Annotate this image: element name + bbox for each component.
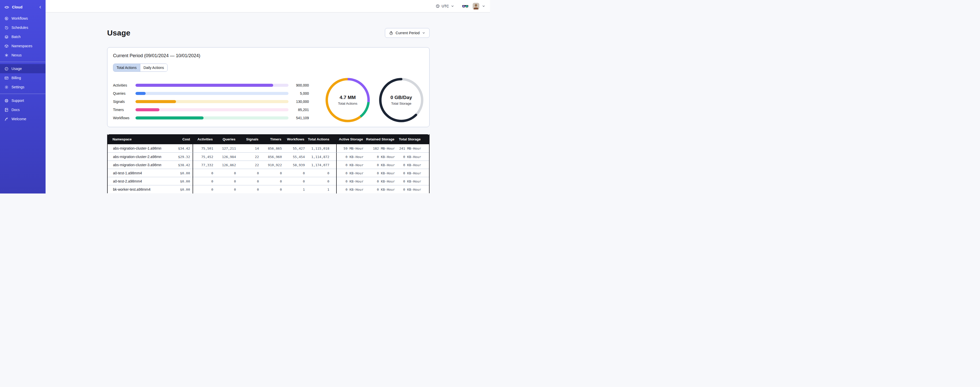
bar-row-activities: Activities900,000 [113, 81, 309, 90]
sidebar-item-label: Welcome [11, 117, 26, 121]
cell-active-storage: 0 KB-Hour [337, 163, 364, 167]
sidebar-item-welcome[interactable]: Welcome [0, 114, 45, 123]
table-row: a0-test-1.a98mm4$0.000000000 KB-Hour0 KB… [108, 169, 429, 177]
sidebar-item-namespaces[interactable]: Namespaces [0, 42, 45, 51]
table-body: abs-migration-cluster-1.a98mm4$34.4275,5… [108, 144, 429, 193]
sidebar-item-support[interactable]: Support [0, 96, 45, 105]
cell-workflows: 55,427 [282, 147, 305, 150]
namespace-cell: abs-migration-cluster-3.a98mm4 [108, 163, 161, 167]
bar-fill [135, 100, 176, 103]
cell-total-storage: 0 KB-Hour [395, 155, 429, 159]
cell-retained-storage: 0 KB-Hour [364, 179, 395, 183]
cell-retained-storage: 0 KB-Hour [364, 163, 395, 167]
usage-bar-chart: Activities900,000Queries5,000Signals130,… [113, 81, 309, 122]
stopwatch-icon [389, 31, 393, 35]
sidebar-item-workflows[interactable]: Workflows [0, 14, 45, 23]
cell-total-actions: 1,174,077 [305, 161, 337, 169]
cell-queries: 0 [214, 179, 237, 183]
cell-activities: 75,452 [193, 155, 214, 159]
bar-track [135, 92, 288, 95]
cell-total-storage: 0 KB-Hour [395, 179, 429, 183]
namespace-link[interactable]: bk-worker-test.a98mm4 [113, 187, 151, 192]
sidebar-item-billing[interactable]: Billing [0, 73, 45, 82]
cell-cost: $38.42 [161, 161, 193, 169]
cell-active-storage: 0 KB-Hour [337, 155, 364, 159]
avatar[interactable] [473, 3, 479, 10]
cell-signals: 22 [237, 163, 259, 167]
usage-icon [4, 67, 9, 71]
cell-signals: 0 [237, 188, 259, 192]
namespace-cell: a0-test-2.a98mm4 [108, 179, 161, 183]
cell-timers: 0 [259, 188, 282, 192]
sidebar-item-label: Support [11, 99, 24, 102]
timezone-label: UTC [442, 4, 449, 8]
sidebar-item-settings[interactable]: Settings [0, 82, 45, 92]
namespace-link[interactable]: abs-migration-cluster-3.a98mm4 [113, 163, 161, 167]
column-header-total-storage: Total Storage [395, 138, 428, 141]
cell-retained-storage: 0 KB-Hour [364, 171, 395, 175]
donut-total-storage: 0 GB/DayTotal Storage [379, 78, 424, 123]
tab-total-actions[interactable]: Total Actions [113, 64, 140, 72]
sidebar-item-nexus[interactable]: Nexus [0, 51, 45, 60]
donut-label: Total Storage [391, 102, 411, 106]
bar-label: Queries [113, 91, 135, 96]
cell-cost: $0.00 [161, 169, 193, 177]
namespace-link[interactable]: a0-test-2.a98mm4 [113, 179, 142, 183]
cell-workflows: 0 [282, 179, 305, 183]
cell-active-storage: 59 MB-Hour [337, 147, 364, 150]
main-content: Usage Current Period Current Period (09/… [46, 13, 490, 194]
brand-label: Cloud [12, 5, 22, 9]
sidebar-item-label: Usage [11, 67, 22, 71]
sidebar-item-label: Workflows [11, 16, 28, 21]
sidebar-item-docs[interactable]: Docs [0, 105, 45, 114]
column-header-namespace: Namespace [107, 138, 161, 141]
namespace-usage-table: NamespaceCostActivitiesQueriesSignalsTim… [107, 134, 430, 193]
cell-activities: 0 [193, 188, 214, 192]
namespaces-icon [4, 44, 9, 48]
bar-fill [135, 117, 204, 120]
namespace-link[interactable]: abs-migration-cluster-1.a98mm4 [113, 146, 161, 150]
cell-workflows: 55,454 [282, 155, 305, 159]
cell-activities: 0 [193, 171, 214, 175]
cell-workflows: 0 [282, 171, 305, 175]
cell-total-actions: 1 [305, 186, 337, 194]
cell-workflows: 58,939 [282, 163, 305, 167]
namespace-cell: abs-migration-cluster-1.a98mm4 [108, 146, 161, 150]
page-title: Usage [107, 29, 130, 37]
sidebar-collapse-chevron-left-icon[interactable] [38, 5, 42, 9]
sidebar-items: WorkflowsSchedulesBatchNamespacesNexusUs… [0, 14, 45, 123]
support-icon [4, 99, 9, 103]
cell-signals: 0 [237, 171, 259, 175]
column-header-cost: Cost [161, 138, 192, 141]
cell-active-storage: 0 KB-Hour [337, 179, 364, 183]
period-selector-button[interactable]: Current Period [385, 28, 430, 38]
nexus-icon [4, 53, 9, 58]
sidebar-item-schedules[interactable]: Schedules [0, 23, 45, 32]
namespace-link[interactable]: a0-test-1.a98mm4 [113, 171, 142, 175]
sidebar-item-label: Settings [11, 85, 24, 89]
user-menu[interactable] [473, 3, 485, 10]
glasses-icon[interactable] [462, 3, 469, 9]
cell-signals: 14 [237, 147, 259, 150]
column-header-queries: Queries [213, 138, 236, 141]
donut-value: 0 GB/Day [391, 95, 412, 100]
batch-icon [4, 35, 9, 39]
sidebar-item-usage[interactable]: Usage [0, 64, 45, 73]
cell-total-storage: 0 KB-Hour [395, 171, 429, 175]
tab-daily-actions[interactable]: Daily Actions [140, 64, 167, 72]
cell-timers: 0 [259, 171, 282, 175]
sidebar-item-batch[interactable]: Batch [0, 32, 45, 42]
column-header-workflows: Workflows [282, 138, 305, 141]
namespace-link[interactable]: abs-migration-cluster-2.a98mm4 [113, 155, 161, 159]
timezone-selector[interactable]: UTC [436, 4, 454, 8]
sidebar: Cloud WorkflowsSchedulesBatchNamespacesN… [0, 0, 46, 194]
cell-total-storage: 0 KB-Hour [395, 163, 429, 167]
table-row: abs-migration-cluster-3.a98mm4$38.4277,3… [108, 161, 429, 169]
cell-total-actions: 0 [305, 169, 337, 177]
table-row: abs-migration-cluster-2.a98mm4$29.3275,4… [108, 152, 429, 161]
cell-queries: 126,984 [214, 155, 237, 159]
sidebar-divider [0, 62, 45, 62]
namespace-cell: bk-worker-test.a98mm4 [108, 187, 161, 192]
chevron-down-icon [451, 4, 454, 8]
cell-activities: 0 [193, 179, 214, 183]
